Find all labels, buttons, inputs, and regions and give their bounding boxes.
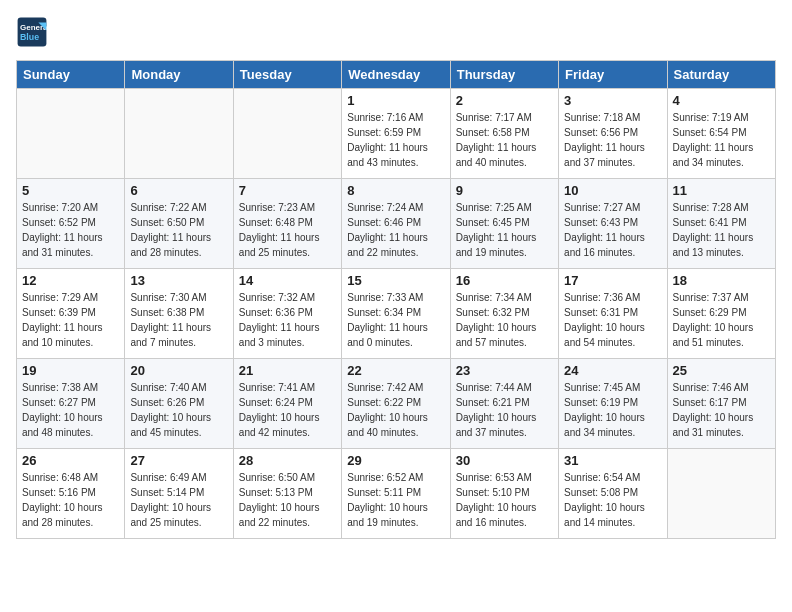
calendar-week-row: 26Sunrise: 6:48 AM Sunset: 5:16 PM Dayli… — [17, 449, 776, 539]
day-number: 12 — [22, 273, 119, 288]
day-number: 28 — [239, 453, 336, 468]
calendar-cell: 28Sunrise: 6:50 AM Sunset: 5:13 PM Dayli… — [233, 449, 341, 539]
day-number: 23 — [456, 363, 553, 378]
day-number: 3 — [564, 93, 661, 108]
day-info: Sunrise: 7:41 AM Sunset: 6:24 PM Dayligh… — [239, 380, 336, 440]
calendar-cell: 30Sunrise: 6:53 AM Sunset: 5:10 PM Dayli… — [450, 449, 558, 539]
day-info: Sunrise: 7:20 AM Sunset: 6:52 PM Dayligh… — [22, 200, 119, 260]
calendar-cell: 31Sunrise: 6:54 AM Sunset: 5:08 PM Dayli… — [559, 449, 667, 539]
day-number: 30 — [456, 453, 553, 468]
calendar-table: SundayMondayTuesdayWednesdayThursdayFrid… — [16, 60, 776, 539]
calendar-week-row: 5Sunrise: 7:20 AM Sunset: 6:52 PM Daylig… — [17, 179, 776, 269]
day-number: 18 — [673, 273, 770, 288]
day-number: 20 — [130, 363, 227, 378]
calendar-cell: 14Sunrise: 7:32 AM Sunset: 6:36 PM Dayli… — [233, 269, 341, 359]
svg-text:Blue: Blue — [20, 32, 39, 42]
day-number: 13 — [130, 273, 227, 288]
calendar-cell: 5Sunrise: 7:20 AM Sunset: 6:52 PM Daylig… — [17, 179, 125, 269]
day-number: 11 — [673, 183, 770, 198]
day-info: Sunrise: 7:29 AM Sunset: 6:39 PM Dayligh… — [22, 290, 119, 350]
day-number: 26 — [22, 453, 119, 468]
calendar-cell: 12Sunrise: 7:29 AM Sunset: 6:39 PM Dayli… — [17, 269, 125, 359]
day-info: Sunrise: 6:48 AM Sunset: 5:16 PM Dayligh… — [22, 470, 119, 530]
calendar-cell: 29Sunrise: 6:52 AM Sunset: 5:11 PM Dayli… — [342, 449, 450, 539]
calendar-cell — [17, 89, 125, 179]
calendar-cell: 26Sunrise: 6:48 AM Sunset: 5:16 PM Dayli… — [17, 449, 125, 539]
calendar-cell — [125, 89, 233, 179]
calendar-cell: 4Sunrise: 7:19 AM Sunset: 6:54 PM Daylig… — [667, 89, 775, 179]
calendar-cell: 1Sunrise: 7:16 AM Sunset: 6:59 PM Daylig… — [342, 89, 450, 179]
calendar-cell: 13Sunrise: 7:30 AM Sunset: 6:38 PM Dayli… — [125, 269, 233, 359]
day-number: 22 — [347, 363, 444, 378]
calendar-cell: 16Sunrise: 7:34 AM Sunset: 6:32 PM Dayli… — [450, 269, 558, 359]
day-info: Sunrise: 7:44 AM Sunset: 6:21 PM Dayligh… — [456, 380, 553, 440]
day-number: 14 — [239, 273, 336, 288]
day-info: Sunrise: 7:32 AM Sunset: 6:36 PM Dayligh… — [239, 290, 336, 350]
calendar-week-row: 1Sunrise: 7:16 AM Sunset: 6:59 PM Daylig… — [17, 89, 776, 179]
calendar-cell: 9Sunrise: 7:25 AM Sunset: 6:45 PM Daylig… — [450, 179, 558, 269]
day-number: 7 — [239, 183, 336, 198]
day-info: Sunrise: 7:38 AM Sunset: 6:27 PM Dayligh… — [22, 380, 119, 440]
day-number: 31 — [564, 453, 661, 468]
day-info: Sunrise: 7:45 AM Sunset: 6:19 PM Dayligh… — [564, 380, 661, 440]
day-info: Sunrise: 7:36 AM Sunset: 6:31 PM Dayligh… — [564, 290, 661, 350]
calendar-cell: 27Sunrise: 6:49 AM Sunset: 5:14 PM Dayli… — [125, 449, 233, 539]
day-info: Sunrise: 7:25 AM Sunset: 6:45 PM Dayligh… — [456, 200, 553, 260]
calendar-cell: 3Sunrise: 7:18 AM Sunset: 6:56 PM Daylig… — [559, 89, 667, 179]
day-number: 29 — [347, 453, 444, 468]
day-info: Sunrise: 6:54 AM Sunset: 5:08 PM Dayligh… — [564, 470, 661, 530]
day-info: Sunrise: 7:22 AM Sunset: 6:50 PM Dayligh… — [130, 200, 227, 260]
day-info: Sunrise: 6:50 AM Sunset: 5:13 PM Dayligh… — [239, 470, 336, 530]
day-header-saturday: Saturday — [667, 61, 775, 89]
calendar-cell: 18Sunrise: 7:37 AM Sunset: 6:29 PM Dayli… — [667, 269, 775, 359]
calendar-cell: 20Sunrise: 7:40 AM Sunset: 6:26 PM Dayli… — [125, 359, 233, 449]
day-header-monday: Monday — [125, 61, 233, 89]
logo: General Blue — [16, 16, 52, 48]
calendar-cell: 25Sunrise: 7:46 AM Sunset: 6:17 PM Dayli… — [667, 359, 775, 449]
calendar-week-row: 19Sunrise: 7:38 AM Sunset: 6:27 PM Dayli… — [17, 359, 776, 449]
calendar-cell: 21Sunrise: 7:41 AM Sunset: 6:24 PM Dayli… — [233, 359, 341, 449]
page-header: General Blue — [16, 16, 776, 48]
day-header-thursday: Thursday — [450, 61, 558, 89]
calendar-cell: 10Sunrise: 7:27 AM Sunset: 6:43 PM Dayli… — [559, 179, 667, 269]
day-number: 5 — [22, 183, 119, 198]
day-number: 6 — [130, 183, 227, 198]
day-info: Sunrise: 6:52 AM Sunset: 5:11 PM Dayligh… — [347, 470, 444, 530]
day-number: 25 — [673, 363, 770, 378]
calendar-cell — [667, 449, 775, 539]
day-number: 24 — [564, 363, 661, 378]
calendar-header-row: SundayMondayTuesdayWednesdayThursdayFrid… — [17, 61, 776, 89]
calendar-cell: 7Sunrise: 7:23 AM Sunset: 6:48 PM Daylig… — [233, 179, 341, 269]
day-info: Sunrise: 7:16 AM Sunset: 6:59 PM Dayligh… — [347, 110, 444, 170]
calendar-cell: 23Sunrise: 7:44 AM Sunset: 6:21 PM Dayli… — [450, 359, 558, 449]
day-info: Sunrise: 7:23 AM Sunset: 6:48 PM Dayligh… — [239, 200, 336, 260]
day-info: Sunrise: 6:53 AM Sunset: 5:10 PM Dayligh… — [456, 470, 553, 530]
day-number: 21 — [239, 363, 336, 378]
day-info: Sunrise: 7:40 AM Sunset: 6:26 PM Dayligh… — [130, 380, 227, 440]
day-info: Sunrise: 7:17 AM Sunset: 6:58 PM Dayligh… — [456, 110, 553, 170]
day-number: 15 — [347, 273, 444, 288]
day-number: 16 — [456, 273, 553, 288]
day-info: Sunrise: 7:18 AM Sunset: 6:56 PM Dayligh… — [564, 110, 661, 170]
calendar-cell: 15Sunrise: 7:33 AM Sunset: 6:34 PM Dayli… — [342, 269, 450, 359]
calendar-cell: 11Sunrise: 7:28 AM Sunset: 6:41 PM Dayli… — [667, 179, 775, 269]
day-info: Sunrise: 7:37 AM Sunset: 6:29 PM Dayligh… — [673, 290, 770, 350]
day-info: Sunrise: 7:33 AM Sunset: 6:34 PM Dayligh… — [347, 290, 444, 350]
day-info: Sunrise: 7:42 AM Sunset: 6:22 PM Dayligh… — [347, 380, 444, 440]
day-number: 1 — [347, 93, 444, 108]
day-number: 9 — [456, 183, 553, 198]
day-info: Sunrise: 7:46 AM Sunset: 6:17 PM Dayligh… — [673, 380, 770, 440]
calendar-cell: 8Sunrise: 7:24 AM Sunset: 6:46 PM Daylig… — [342, 179, 450, 269]
day-number: 17 — [564, 273, 661, 288]
day-number: 19 — [22, 363, 119, 378]
calendar-cell: 22Sunrise: 7:42 AM Sunset: 6:22 PM Dayli… — [342, 359, 450, 449]
day-header-wednesday: Wednesday — [342, 61, 450, 89]
day-info: Sunrise: 7:28 AM Sunset: 6:41 PM Dayligh… — [673, 200, 770, 260]
day-info: Sunrise: 7:19 AM Sunset: 6:54 PM Dayligh… — [673, 110, 770, 170]
day-header-tuesday: Tuesday — [233, 61, 341, 89]
calendar-cell — [233, 89, 341, 179]
day-number: 4 — [673, 93, 770, 108]
day-number: 27 — [130, 453, 227, 468]
day-number: 8 — [347, 183, 444, 198]
day-info: Sunrise: 6:49 AM Sunset: 5:14 PM Dayligh… — [130, 470, 227, 530]
